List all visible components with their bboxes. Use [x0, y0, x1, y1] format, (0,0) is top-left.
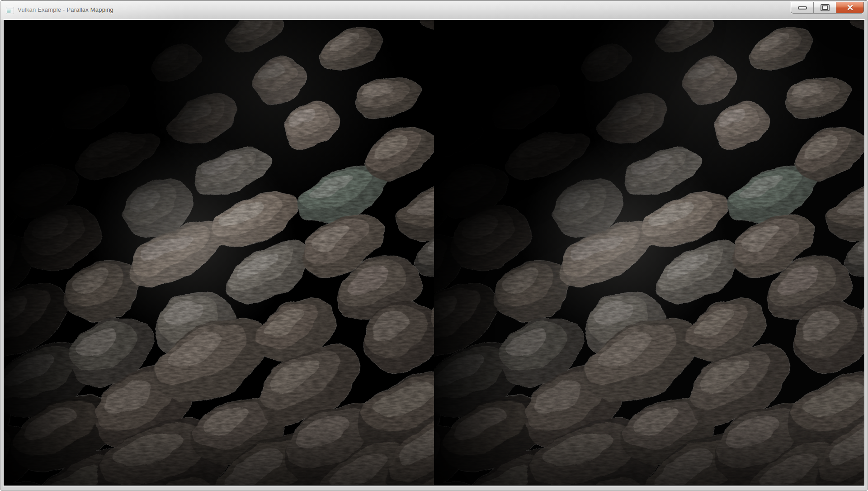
maximize-button[interactable] [814, 2, 836, 13]
vulkan-example-window: Vulkan Example - Parallax Mapping [0, 0, 868, 491]
titlebar[interactable]: Vulkan Example - Parallax Mapping [0, 1, 868, 20]
application-icon [6, 7, 14, 14]
app-icon [6, 7, 14, 14]
window-title: Vulkan Example - Parallax Mapping [18, 6, 113, 13]
rock-scene-svg [4, 20, 434, 485]
render-area [4, 20, 864, 485]
close-button[interactable] [836, 2, 863, 13]
window-controls [791, 2, 864, 14]
render-panel-left[interactable] [4, 20, 434, 485]
close-icon [847, 5, 853, 10]
maximize-icon [821, 4, 830, 11]
minimize-icon [798, 6, 807, 10]
render-panel-right[interactable] [434, 20, 864, 485]
rock-scene-svg [434, 20, 864, 485]
minimize-button[interactable] [791, 2, 814, 13]
